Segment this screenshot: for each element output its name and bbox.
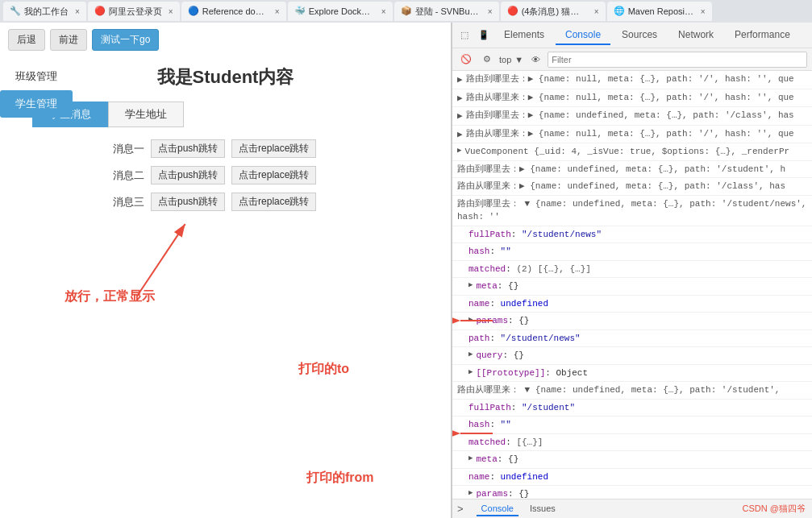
tab-performance-label: Performance bbox=[735, 29, 790, 40]
tab-close-aliyun[interactable]: × bbox=[169, 7, 173, 16]
console-text: 路由从哪里来： ▼ {name: undefined, meta: {…}, p… bbox=[457, 383, 807, 397]
news-2-label: 消息二 bbox=[113, 168, 144, 183]
tab-performance[interactable]: Performance bbox=[725, 26, 800, 45]
context-label: top bbox=[499, 55, 511, 64]
news-3-label: 消息三 bbox=[113, 195, 144, 209]
console-line: fullPath: "/student" bbox=[452, 400, 812, 417]
console-text: path: "/student/news" bbox=[468, 332, 807, 346]
console-text: matched: (2) [{…}, {…}] bbox=[468, 263, 807, 276]
reference-icon: 🔵 bbox=[188, 6, 199, 17]
console-text: name: undefined bbox=[468, 297, 807, 311]
sidebar-item-student[interactable]: 学生管理 bbox=[0, 90, 73, 118]
web-panel: 后退 前进 测试一下go 班级管理 学生管理 我是Student内容 学生消息 … bbox=[0, 23, 452, 518]
console-line: matched: (2) [{…}, {…}] bbox=[452, 261, 812, 279]
tab-close-reference[interactable]: × bbox=[275, 7, 280, 16]
tab-console[interactable]: Console bbox=[556, 26, 610, 45]
tab-close-svn[interactable]: × bbox=[488, 7, 493, 16]
tab-aliyun[interactable]: 🔴 阿里云登录页 × bbox=[88, 2, 180, 21]
expand-arrow[interactable]: ▶ bbox=[468, 280, 473, 292]
console-text: name: undefined bbox=[468, 470, 807, 484]
expand-arrow[interactable]: ▶ bbox=[457, 146, 461, 157]
tab-close-docker[interactable]: × bbox=[381, 7, 386, 16]
settings-icon[interactable]: ⚙ bbox=[478, 51, 496, 68]
aliyun-icon: 🔴 bbox=[94, 6, 106, 17]
expand-arrow[interactable]: ▶ bbox=[468, 367, 473, 379]
clear-console-icon[interactable]: 🚫 bbox=[457, 51, 475, 68]
watermark: CSDN @猫四爷 bbox=[743, 503, 806, 515]
console-text: params: {} bbox=[476, 487, 807, 499]
tab-elements[interactable]: Elements bbox=[494, 26, 554, 45]
news-2-push-btn[interactable]: 点击push跳转 bbox=[151, 166, 225, 184]
svg-line-0 bbox=[137, 224, 185, 296]
tab-network[interactable]: Network bbox=[668, 26, 723, 45]
eye-icon[interactable]: 👁 bbox=[527, 51, 544, 68]
news-1-replace-btn[interactable]: 点击replace跳转 bbox=[231, 139, 316, 158]
console-text: meta: {} bbox=[476, 453, 807, 466]
bottom-issues-label: Issues bbox=[530, 503, 556, 513]
device-icon[interactable]: 📱 bbox=[475, 27, 493, 44]
tab-network-label: Network bbox=[678, 29, 714, 40]
tab-close-csdn[interactable]: × bbox=[594, 7, 599, 16]
news-list: 消息一 点击push跳转 点击replace跳转 消息二 点击push跳转 点击… bbox=[97, 139, 435, 211]
annotation-fanxing: 放行，正常显示 bbox=[65, 288, 155, 305]
console-text: matched: [{…}] bbox=[468, 436, 807, 450]
tab-elements-label: Elements bbox=[504, 29, 544, 40]
console-line: name: undefined bbox=[452, 296, 812, 313]
console-output[interactable]: ▶ 路由到哪里去：▶ {name: null, meta: {…}, path:… bbox=[452, 71, 812, 499]
tab-workbench[interactable]: 🔧 我的工作台 × bbox=[3, 2, 86, 21]
inspect-icon[interactable]: ⬚ bbox=[456, 27, 473, 44]
docker-icon: 🐳 bbox=[294, 6, 306, 17]
annotation-dayin-to: 打印的to bbox=[298, 361, 349, 378]
tab-reference-label: Reference docum... bbox=[202, 6, 269, 16]
tab-svn[interactable]: 📦 登陆 - SVNBucket × bbox=[394, 2, 499, 21]
devtools-subtoolbar: 🚫 ⚙ top ▼ 👁 bbox=[452, 48, 812, 71]
console-text: hash: "" bbox=[468, 245, 807, 259]
bottom-tab-issues[interactable]: Issues bbox=[525, 502, 560, 516]
back-button[interactable]: 后退 bbox=[8, 29, 45, 51]
workbench-icon: 🔧 bbox=[10, 6, 21, 17]
console-line: ▶ 路由从哪里来：▶ {name: null, meta: {…}, path:… bbox=[452, 89, 812, 108]
test-button[interactable]: 测试一下go bbox=[92, 29, 159, 51]
expand-arrow[interactable]: ▶ bbox=[468, 454, 473, 465]
log-arrow: ▶ bbox=[457, 110, 463, 123]
expand-arrow[interactable]: ▶ bbox=[468, 350, 473, 361]
tab-address-label: 学生地址 bbox=[125, 108, 167, 120]
annotation-dayin-from: 打印的from bbox=[306, 470, 374, 487]
tab-docker[interactable]: 🐳 Explore Docker's... × bbox=[288, 2, 393, 21]
console-line: matched: [{…}] bbox=[452, 434, 812, 452]
expand-arrow[interactable]: ▶ bbox=[468, 488, 473, 499]
tab-close-workbench[interactable]: × bbox=[75, 7, 80, 16]
tab-sources-label: Sources bbox=[622, 29, 657, 40]
tab-svn-label: 登陆 - SVNBucket bbox=[415, 6, 481, 18]
tab-student-address[interactable]: 学生地址 bbox=[108, 102, 184, 127]
bottom-console-label: Console bbox=[481, 503, 514, 513]
bottom-tab-console[interactable]: Console bbox=[477, 502, 518, 516]
tab-close-maven[interactable]: × bbox=[701, 7, 706, 16]
console-line: fullPath: "/student/news" bbox=[452, 226, 812, 244]
tab-aliyun-label: 阿里云登录页 bbox=[109, 6, 162, 18]
console-text: fullPath: "/student/news" bbox=[468, 228, 807, 242]
news-2-replace-btn[interactable]: 点击replace跳转 bbox=[231, 166, 316, 184]
tab-sources[interactable]: Sources bbox=[612, 26, 667, 45]
forward-button[interactable]: 前进 bbox=[50, 29, 87, 51]
sidebar-item-class[interactable]: 班级管理 bbox=[0, 63, 73, 90]
tab-csdn[interactable]: 🔴 (4条消息) 猫四爷的... × bbox=[501, 2, 606, 21]
tab-reference[interactable]: 🔵 Reference docum... × bbox=[181, 2, 286, 21]
console-text: 路由到哪里去：▶ {name: undefined, meta: {…}, pa… bbox=[466, 109, 807, 122]
console-line: ▶ meta: {} bbox=[452, 451, 812, 469]
console-line: ▶ params: {} bbox=[452, 313, 812, 330]
news-1-push-btn[interactable]: 点击push跳转 bbox=[151, 139, 225, 158]
log-arrow: ▶ bbox=[457, 128, 463, 142]
console-text: 路由到哪里去： ▼ {name: undefined, meta: {…}, p… bbox=[457, 197, 807, 224]
console-line: hash: "" bbox=[452, 243, 812, 261]
expand-arrow[interactable]: ▶ bbox=[468, 315, 473, 326]
news-3-replace-btn[interactable]: 点击replace跳转 bbox=[231, 193, 316, 211]
console-line: ▶ query: {} bbox=[452, 347, 812, 365]
news-3-push-btn[interactable]: 点击push跳转 bbox=[151, 193, 225, 211]
console-prompt-icon: > bbox=[457, 503, 464, 515]
console-line: 路由到哪里去：▶ {name: undefined, meta: {…}, pa… bbox=[452, 161, 812, 179]
tab-maven[interactable]: 🌐 Maven Repository... × bbox=[607, 2, 712, 21]
log-arrow: ▶ bbox=[457, 92, 463, 106]
filter-input[interactable] bbox=[548, 52, 807, 68]
console-line: ▶ 路由到哪里去：▶ {name: undefined, meta: {…}, … bbox=[452, 107, 812, 126]
